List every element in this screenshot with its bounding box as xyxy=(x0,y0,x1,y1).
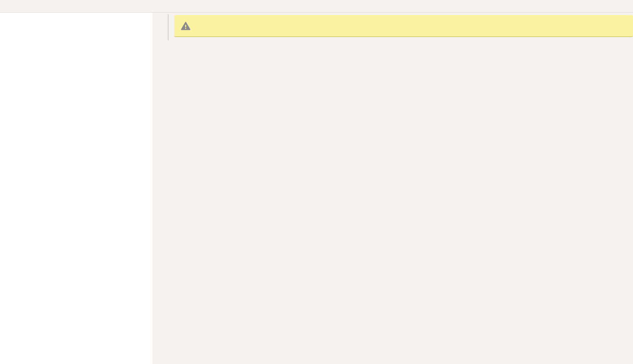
warning-banner xyxy=(174,15,633,37)
warning-row-gutter xyxy=(152,14,168,40)
source-code-view xyxy=(152,13,633,364)
warning-cell xyxy=(168,14,633,40)
breadcrumb xyxy=(0,0,633,13)
warning-triangle-icon xyxy=(181,22,190,30)
warning-row xyxy=(152,14,633,40)
